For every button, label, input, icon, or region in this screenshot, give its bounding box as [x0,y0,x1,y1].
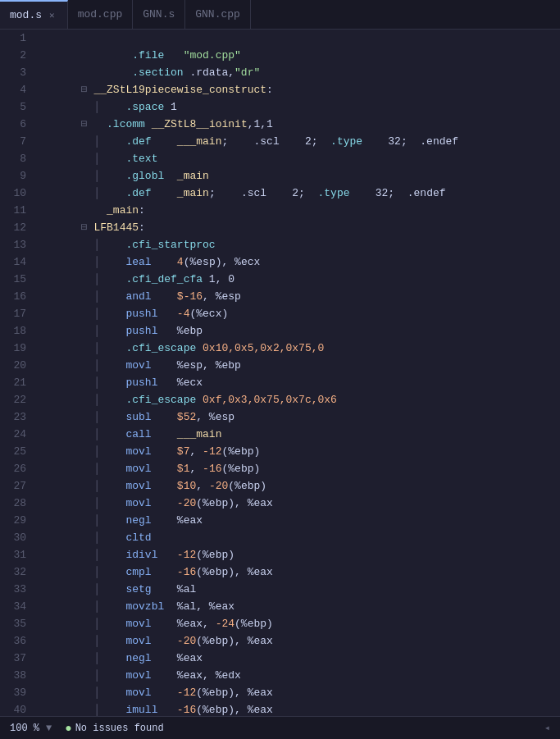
status-issues: ● No issues found [65,722,163,735]
line-num-24: 24 [7,426,26,443]
zoom-chevron-icon[interactable]: ▼ [46,723,52,734]
line-num-1: 1 [7,30,26,47]
line-num-16: 16 [7,288,26,305]
fold-icon-11: ⊟ [81,221,94,234]
zoom-level[interactable]: 100 % [10,723,39,734]
line-num-10: 10 [7,185,26,202]
line-num-2: 2 [7,47,26,64]
line-num-13: 13 [7,236,26,253]
tab-label-mod-s: mod.s [10,9,42,21]
line-num-40: 40 [7,701,26,716]
line-num-30: 30 [7,529,26,546]
line-num-4: 4 [7,81,26,98]
line-num-9: 9 [7,167,26,185]
line-num-36: 36 [7,632,26,650]
code-content[interactable]: .file "mod.cpp" .section .rdata,"dr" ⊟ _… [36,30,560,716]
line-num-29: 29 [7,512,26,529]
line-numbers: 1 2 3 4 5 6 7 8 9 10 11 12 13 14 15 16 1… [0,30,36,716]
line-num-22: 22 [7,391,26,408]
code-editor: 1 2 3 4 5 6 7 8 9 10 11 12 13 14 15 16 1… [0,30,560,716]
line-num-23: 23 [7,408,26,426]
fold-icon-3: ⊟ [81,84,94,96]
tab-label-gnn-cpp: GNN.cpp [195,8,240,21]
line-num-32: 32 [7,563,26,581]
line-num-7: 7 [7,133,26,150]
tab-mod-cpp[interactable]: mod.cpp [68,0,134,29]
line-num-17: 17 [7,305,26,322]
tab-bar: mod.s ✕ mod.cpp GNN.s GNN.cpp [0,0,560,30]
line-num-12: 12 [7,219,26,236]
line-num-20: 20 [7,357,26,374]
line-num-26: 26 [7,460,26,477]
fold-marker-1 [81,49,107,62]
line-num-27: 27 [7,477,26,495]
line-num-15: 15 [7,271,26,288]
line-num-3: 3 [7,64,26,81]
line-num-38: 38 [7,667,26,684]
line-num-11: 11 [7,202,26,219]
line-num-34: 34 [7,598,26,615]
tab-gnn-cpp[interactable]: GNN.cpp [185,0,251,29]
line-num-31: 31 [7,546,26,563]
tab-label-gnn-s: GNN.s [143,8,175,21]
line-num-39: 39 [7,684,26,701]
code-line-1: .file "mod.cpp" [43,30,560,47]
line-num-21: 21 [7,374,26,391]
line-num-14: 14 [7,253,26,271]
line-num-33: 33 [7,581,26,598]
tab-label-mod-cpp: mod.cpp [78,8,123,21]
line-num-37: 37 [7,650,26,667]
tab-close-mod-s[interactable]: ✕ [47,9,57,21]
line-num-35: 35 [7,615,26,632]
line-num-5: 5 [7,98,26,116]
tab-gnn-s[interactable]: GNN.s [133,0,185,29]
check-icon: ● [65,722,71,735]
fold-icon-5: ⊟ [81,118,94,130]
scroll-indicator: ◂ [544,722,550,734]
line-num-25: 25 [7,443,26,460]
line-num-18: 18 [7,322,26,340]
tab-mod-s[interactable]: mod.s ✕ [0,0,68,29]
status-bar: 100 % ▼ ● No issues found ◂ [0,716,560,739]
status-left: 100 % ▼ [10,723,52,734]
issues-label: No issues found [75,723,164,734]
line-num-6: 6 [7,116,26,133]
line-num-8: 8 [7,150,26,167]
line-num-28: 28 [7,495,26,512]
line-num-19: 19 [7,340,26,357]
